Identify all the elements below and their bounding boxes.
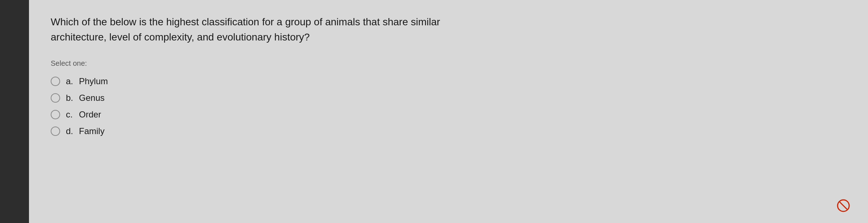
option-item-c[interactable]: c.Order xyxy=(51,110,846,120)
option-letter-0: a. xyxy=(66,76,73,86)
option-item-b[interactable]: b.Genus xyxy=(51,93,846,103)
radio-c[interactable] xyxy=(51,110,60,119)
options-list: a.Phylumb.Genusc.Orderd.Family xyxy=(51,76,846,136)
question-text: Which of the below is the highest classi… xyxy=(51,14,449,45)
option-text-0: Phylum xyxy=(79,76,108,86)
radio-d[interactable] xyxy=(51,126,60,136)
option-text-1: Genus xyxy=(79,93,105,103)
no-flag-icon xyxy=(837,199,850,212)
radio-a[interactable] xyxy=(51,77,60,86)
option-item-a[interactable]: a.Phylum xyxy=(51,76,846,86)
left-sidebar xyxy=(0,0,29,223)
page-wrapper: Which of the below is the highest classi… xyxy=(0,0,868,223)
option-text-2: Order xyxy=(79,110,101,120)
option-item-d[interactable]: d.Family xyxy=(51,126,846,136)
option-letter-1: b. xyxy=(66,93,73,103)
select-one-label: Select one: xyxy=(51,59,846,68)
option-letter-3: d. xyxy=(66,126,73,136)
svg-line-1 xyxy=(840,202,847,209)
option-text-3: Family xyxy=(79,126,105,136)
radio-b[interactable] xyxy=(51,93,60,103)
content-area: Which of the below is the highest classi… xyxy=(29,0,868,223)
option-letter-2: c. xyxy=(66,110,73,120)
